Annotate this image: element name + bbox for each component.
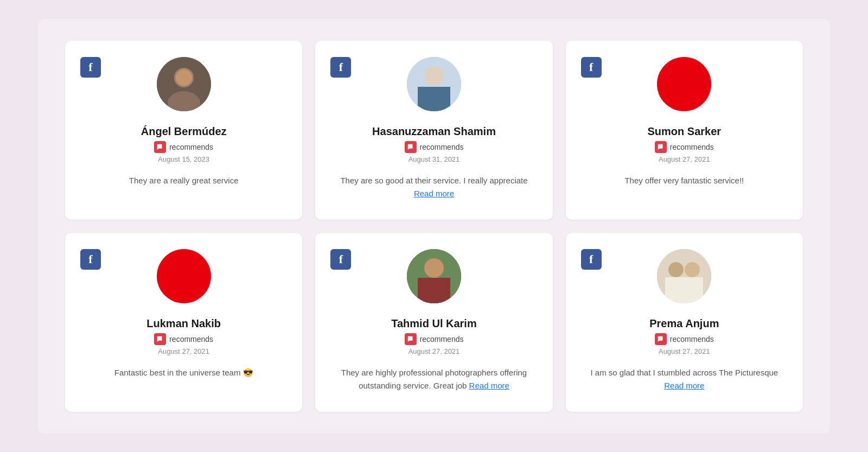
reviewer-name-angel: Ángel Bermúdez: [80, 125, 287, 138]
review-date-angel: August 15, 2023: [80, 155, 287, 163]
review-card-prema: f Prema Anjum recommends: [566, 233, 803, 412]
read-more-prema[interactable]: Read more: [664, 381, 704, 390]
review-date-lukman: August 27, 2021: [80, 347, 287, 355]
avatar-hasanuzzaman: [407, 57, 461, 111]
recommends-text-lukman: recommends: [169, 335, 213, 343]
svg-point-5: [424, 66, 444, 86]
recommends-text-angel: recommends: [169, 143, 213, 151]
recommends-icon-angel: [154, 141, 166, 153]
card-header-sumon: f: [581, 57, 788, 119]
review-card-angel: f Ángel Bermúdez: [65, 41, 302, 220]
review-text-sumon: They offer very fantastic service!!: [581, 174, 788, 187]
read-more-hasanuzzaman[interactable]: Read more: [414, 189, 454, 198]
review-card-lukman: f Lukman Nakib recommends August 27, 202…: [65, 233, 302, 412]
svg-point-3: [176, 69, 192, 86]
reviewer-name-hasanuzzaman: Hasanuzzaman Shamim: [330, 125, 537, 138]
recommends-text-tahmid: recommends: [420, 335, 464, 343]
avatar-prema: [657, 249, 711, 303]
card-header-prema: f: [581, 249, 788, 311]
recommends-row-tahmid: recommends: [330, 333, 537, 345]
recommends-row-sumon: recommends: [581, 141, 788, 153]
review-date-hasanuzzaman: August 31, 2021: [330, 155, 537, 163]
review-text-lukman: Fantastic best in the universe team 😎: [80, 366, 287, 379]
card-header-lukman: f: [80, 249, 287, 311]
avatar-tahmid: [407, 249, 461, 303]
reviewer-name-lukman: Lukman Nakib: [80, 317, 287, 330]
svg-point-14: [685, 262, 700, 277]
card-header-angel: f: [80, 57, 287, 119]
review-date-tahmid: August 27, 2021: [330, 347, 537, 355]
facebook-icon-sumon[interactable]: f: [581, 57, 602, 78]
review-text-angel: They are a really great service: [80, 174, 287, 187]
review-card-tahmid: f Tahmid Ul Karim recommend: [315, 233, 552, 412]
reviewer-name-tahmid: Tahmid Ul Karim: [330, 317, 537, 330]
recommends-icon-tahmid: [405, 333, 417, 345]
recommends-text-sumon: recommends: [670, 143, 714, 151]
review-text-hasanuzzaman: They are so good at their service. I rea…: [330, 174, 537, 200]
recommends-row-lukman: recommends: [80, 333, 287, 345]
page-container: f Ángel Bermúdez: [38, 19, 830, 434]
review-text-tahmid: They are highly professional photographe…: [330, 366, 537, 392]
review-date-prema: August 27, 2021: [581, 347, 788, 355]
review-text-prema: I am so glad that I stumbled across The …: [581, 366, 788, 392]
facebook-icon-tahmid[interactable]: f: [330, 249, 351, 270]
facebook-icon-angel[interactable]: f: [80, 57, 101, 78]
svg-point-13: [668, 262, 684, 277]
card-header-hasanuzzaman: f: [330, 57, 537, 119]
avatar-lukman: [157, 249, 211, 303]
recommends-text-prema: recommends: [670, 335, 714, 343]
avatar-sumon: [657, 57, 711, 111]
recommends-icon-hasanuzzaman: [405, 141, 417, 153]
recommends-icon-sumon: [655, 141, 667, 153]
svg-rect-11: [418, 278, 450, 303]
svg-point-9: [424, 258, 444, 278]
review-card-sumon: f Sumon Sarker recommends August 27, 202…: [566, 41, 803, 220]
svg-rect-15: [665, 277, 703, 303]
reviewer-name-sumon: Sumon Sarker: [581, 125, 788, 138]
recommends-icon-prema: [655, 333, 667, 345]
reviews-grid: f Ángel Bermúdez: [65, 41, 803, 412]
review-card-hasanuzzaman: f Hasanuzzaman Shamim recom: [315, 41, 552, 220]
facebook-icon-prema[interactable]: f: [581, 249, 602, 270]
facebook-icon-lukman[interactable]: f: [80, 249, 101, 270]
recommends-icon-lukman: [154, 333, 166, 345]
recommends-row-hasanuzzaman: recommends: [330, 141, 537, 153]
facebook-icon-hasanuzzaman[interactable]: f: [330, 57, 351, 78]
recommends-row-prema: recommends: [581, 333, 788, 345]
avatar-angel: [157, 57, 211, 111]
review-date-sumon: August 27, 2021: [581, 155, 788, 163]
svg-rect-7: [418, 87, 450, 111]
card-header-tahmid: f: [330, 249, 537, 311]
reviewer-name-prema: Prema Anjum: [581, 317, 788, 330]
recommends-text-hasanuzzaman: recommends: [420, 143, 464, 151]
read-more-tahmid[interactable]: Read more: [469, 381, 509, 390]
recommends-row-angel: recommends: [80, 141, 287, 153]
